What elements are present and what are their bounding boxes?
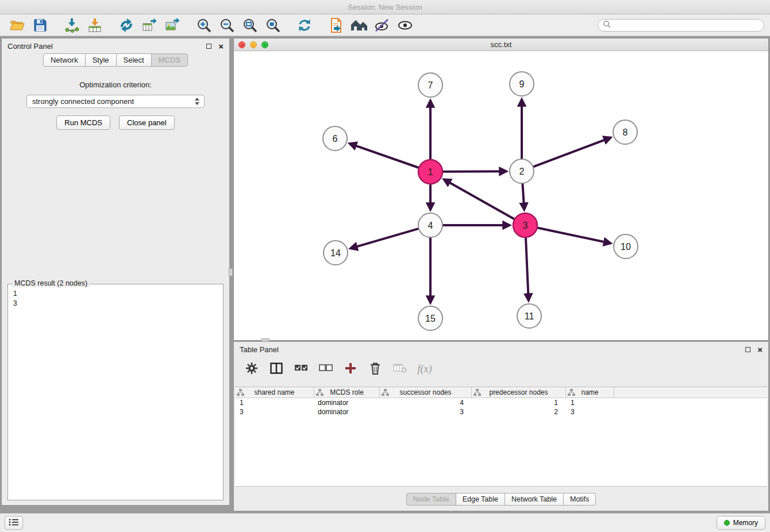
select-all-columns-button[interactable] bbox=[294, 361, 309, 376]
save-session-button[interactable] bbox=[29, 16, 52, 34]
search-icon bbox=[603, 20, 611, 30]
graph-edge-4-14[interactable] bbox=[351, 229, 418, 248]
node-table: shared name MCDS role successor nodes pr… bbox=[235, 387, 767, 487]
task-history-button[interactable] bbox=[5, 516, 23, 530]
open-folder-icon bbox=[10, 18, 25, 32]
zoom-fit-button[interactable] bbox=[238, 16, 261, 34]
list-icon bbox=[9, 518, 19, 528]
svg-text:14: 14 bbox=[330, 248, 341, 258]
tab-edge-table[interactable]: Edge Table bbox=[456, 493, 505, 506]
network-window-title: scc.txt bbox=[491, 40, 512, 49]
column-header-successor-nodes[interactable]: successor nodes bbox=[380, 387, 472, 398]
network-canvas[interactable]: 7968124314101511 bbox=[234, 51, 768, 340]
table-panel-title: Table Panel bbox=[240, 345, 279, 354]
svg-text:4: 4 bbox=[428, 221, 433, 230]
graph-node-15[interactable]: 15 bbox=[418, 306, 442, 330]
plus-icon bbox=[345, 363, 356, 376]
window-minimize-button[interactable]: − bbox=[250, 41, 257, 48]
tab-network[interactable]: Network bbox=[43, 53, 86, 67]
save-floppy-icon bbox=[33, 18, 47, 32]
tab-network-table[interactable]: Network Table bbox=[505, 493, 564, 506]
tab-mcds[interactable]: MCDS bbox=[151, 53, 188, 67]
control-panel-header: Control Panel × bbox=[2, 38, 229, 53]
export-image-button[interactable] bbox=[161, 16, 184, 34]
graph-edge-3-1[interactable] bbox=[444, 180, 514, 219]
graph-node-9[interactable]: 9 bbox=[510, 72, 534, 96]
float-panel-icon[interactable] bbox=[206, 44, 211, 49]
graph-edge-1-2[interactable] bbox=[443, 171, 506, 172]
graph-node-6[interactable]: 6 bbox=[323, 126, 347, 151]
search-field[interactable] bbox=[598, 19, 764, 32]
close-table-panel-icon[interactable]: × bbox=[757, 345, 763, 354]
tab-style[interactable]: Style bbox=[85, 53, 117, 67]
optimization-criterion-select[interactable]: strongly connected component bbox=[26, 95, 205, 108]
function-builder-button[interactable]: f(x) bbox=[417, 361, 432, 376]
graph-node-11[interactable]: 11 bbox=[517, 304, 541, 328]
fx-icon: f(x) bbox=[418, 363, 432, 375]
graph-node-1[interactable]: 1 bbox=[418, 160, 442, 184]
tab-select[interactable]: Select bbox=[116, 53, 152, 67]
column-type-icon bbox=[568, 389, 575, 396]
import-table-button[interactable] bbox=[83, 16, 106, 34]
table-settings-button[interactable] bbox=[244, 361, 259, 376]
window-close-button[interactable]: × bbox=[238, 41, 245, 48]
open-session-button[interactable] bbox=[6, 16, 29, 34]
memory-button[interactable]: Memory bbox=[717, 516, 765, 530]
close-panel-icon[interactable]: × bbox=[218, 42, 224, 51]
open-recent-button[interactable] bbox=[325, 16, 348, 34]
refresh-button[interactable] bbox=[293, 16, 316, 34]
graph-edge-2-8[interactable] bbox=[534, 138, 610, 167]
column-header-mcds-role[interactable]: MCDS role bbox=[314, 387, 380, 398]
graph-node-7[interactable]: 7 bbox=[418, 73, 442, 97]
graph-node-14[interactable]: 14 bbox=[324, 241, 348, 265]
delete-column-button[interactable] bbox=[368, 361, 383, 376]
graph-edge-1-6[interactable] bbox=[350, 144, 418, 168]
window-zoom-button[interactable]: + bbox=[261, 41, 268, 48]
control-panel: Control Panel × Network Style Select MCD… bbox=[1, 38, 230, 506]
memory-label: Memory bbox=[733, 519, 758, 527]
clone-network-button[interactable] bbox=[115, 16, 138, 34]
import-network-button[interactable] bbox=[60, 16, 83, 34]
tab-motifs[interactable]: Motifs bbox=[563, 493, 596, 506]
network-window-titlebar[interactable]: × − + scc.txt bbox=[234, 38, 768, 51]
show-columns-button[interactable] bbox=[269, 361, 284, 376]
search-input[interactable] bbox=[614, 21, 759, 29]
graph-node-4[interactable]: 4 bbox=[418, 213, 442, 237]
table-row[interactable]: 1 dominator 4 1 1 bbox=[235, 398, 767, 407]
show-graphics-button[interactable] bbox=[394, 16, 417, 34]
create-column-button[interactable] bbox=[343, 361, 358, 376]
float-table-panel-icon[interactable] bbox=[745, 347, 750, 352]
deselect-all-columns-button[interactable] bbox=[318, 361, 333, 376]
home-icon bbox=[351, 18, 368, 32]
graph-edge-3-11[interactable] bbox=[526, 238, 529, 300]
refresh-icon bbox=[297, 18, 312, 33]
tab-node-table[interactable]: Node Table bbox=[406, 493, 456, 506]
column-header-predecessor-nodes[interactable]: predecessor nodes bbox=[472, 387, 566, 398]
svg-text:10: 10 bbox=[621, 242, 631, 252]
run-mcds-button[interactable]: Run MCDS bbox=[56, 115, 110, 130]
zoom-selected-button[interactable] bbox=[261, 16, 284, 34]
column-header-name[interactable]: name bbox=[566, 387, 614, 398]
visual-style-button[interactable] bbox=[371, 16, 394, 34]
column-type-icon bbox=[473, 389, 481, 396]
zoom-out-button[interactable] bbox=[215, 16, 238, 34]
graph-node-8[interactable]: 8 bbox=[613, 120, 637, 144]
vertical-splitter-handle[interactable] bbox=[229, 268, 233, 276]
close-panel-button[interactable]: Close panel bbox=[119, 115, 175, 130]
graph-node-10[interactable]: 10 bbox=[614, 234, 638, 259]
column-header-shared-name[interactable]: shared name bbox=[235, 387, 314, 398]
delete-table-button[interactable] bbox=[392, 361, 407, 376]
export-table-button[interactable] bbox=[138, 16, 161, 34]
home-button[interactable] bbox=[348, 16, 371, 34]
table-row[interactable]: 3 dominator 3 2 3 bbox=[235, 407, 767, 417]
graph-node-2[interactable]: 2 bbox=[510, 159, 534, 183]
network-graph[interactable]: 7968124314101511 bbox=[234, 51, 768, 341]
graph-edge-3-10[interactable] bbox=[538, 228, 610, 244]
trash-icon bbox=[369, 362, 381, 376]
graph-edge-2-3[interactable] bbox=[522, 184, 524, 209]
svg-text:6: 6 bbox=[333, 134, 338, 144]
zoom-in-button[interactable] bbox=[192, 16, 215, 34]
graph-node-3[interactable]: 3 bbox=[513, 213, 537, 237]
document-arrow-icon bbox=[329, 18, 343, 33]
svg-text:11: 11 bbox=[525, 311, 534, 321]
